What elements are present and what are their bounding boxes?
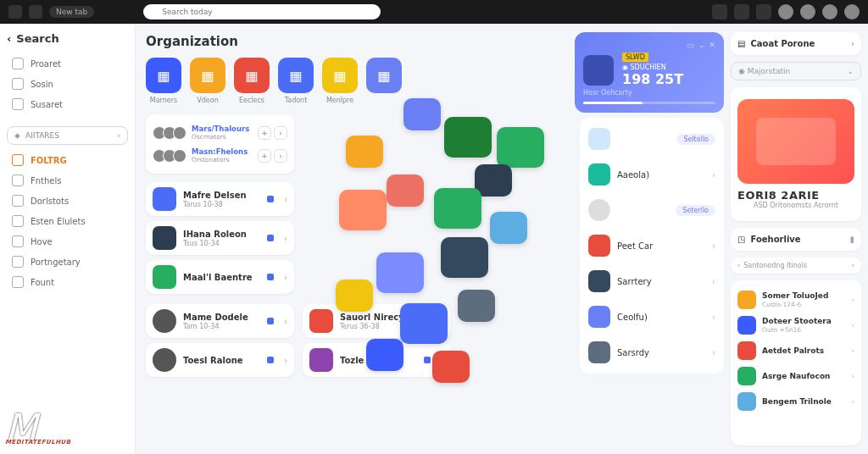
add-icon[interactable]: + [258, 149, 271, 163]
sidebar-item[interactable]: Hove [7, 231, 128, 252]
right-select[interactable]: ◉ Majorstatin⌄ [731, 62, 861, 80]
watermark: MMEDITATEFULHUB [5, 417, 71, 446]
mid-row[interactable]: Peet Car› [587, 231, 717, 260]
list-item[interactable]: Somer ToluoJedCuttis-124-6› [737, 287, 854, 313]
sidebar-item[interactable]: Fnthels [7, 170, 128, 191]
category-tile[interactable]: ▦Tadont [278, 58, 314, 104]
project-card[interactable]: Toesl Ralone› [146, 343, 294, 377]
avatar[interactable] [822, 4, 837, 19]
search-input[interactable] [143, 4, 381, 19]
list-item[interactable]: Bengem Trilnole› [737, 389, 854, 414]
action-icon[interactable] [712, 4, 727, 19]
sidebar-item[interactable]: Susaret [7, 94, 128, 114]
person-card[interactable]: Maal'l Baentre› [146, 260, 294, 294]
avatar[interactable] [844, 4, 860, 19]
avatar[interactable] [800, 4, 815, 19]
category-tile[interactable]: ▦Vdeon [190, 58, 225, 104]
list-item[interactable]: Aetdet Palrots› [737, 338, 854, 363]
list-item[interactable]: Asrge Naufocon› [737, 363, 854, 389]
page-title: Organization [146, 34, 565, 49]
right-panel: ▤Caoat Porone› ◉ Majorstatin⌄ EORI8 2ARI… [724, 24, 868, 454]
sidebar-title: ‹Search [7, 32, 128, 45]
sidebar-pill[interactable]: ◈AIITARES› [7, 126, 128, 145]
sidebar-item[interactable]: Esten Elulets [7, 211, 128, 231]
mid-panel: SeltelloAaeola)›SeterlloPeet Car›Sarrter… [580, 118, 724, 374]
right-header: Caoat Porone [750, 39, 815, 48]
app-icon [29, 5, 42, 19]
project-card[interactable]: Sauorl NirecyTerus 36-38› [303, 304, 451, 338]
sidebar-item[interactable]: Portngetary [7, 252, 128, 272]
chevron-right-icon[interactable]: › [274, 126, 287, 140]
profile-tile [737, 99, 854, 184]
team-row[interactable]: Mars/ThaloursOscrnators+› [153, 121, 287, 144]
avatar[interactable] [778, 4, 793, 19]
menu-icon[interactable] [8, 5, 22, 19]
sidebar-item[interactable]: Dorlstots [7, 191, 128, 211]
mid-row[interactable]: Seterllo [587, 196, 717, 224]
mid-row[interactable]: Sarrtery› [587, 267, 717, 296]
mid-row[interactable]: Aaeola)› [587, 160, 717, 189]
profile-sub: ASD Oritonomsts Acrornt [737, 202, 854, 209]
action-icon[interactable] [756, 4, 771, 19]
mid-row[interactable]: Ceolfu)› [587, 302, 717, 331]
sidebar: ‹Search ProaretSosinSusaret ◈AIITARES› F… [0, 24, 136, 454]
mid-row[interactable]: Sarsrdy› [587, 338, 717, 367]
sidebar-item[interactable]: Sosin [7, 74, 128, 94]
top-chip[interactable]: New tab [49, 6, 94, 18]
stat-card: ▭⌄✕ SLWD ◉ SDUCHIEN 198 25T Hosr Oehcart… [575, 32, 724, 113]
mid-row[interactable]: Seltello [587, 125, 717, 153]
category-tile[interactable]: ▦ [366, 58, 402, 104]
topbar: New tab [0, 0, 868, 24]
action-icon[interactable] [734, 4, 749, 19]
category-tile[interactable]: ▦Marners [146, 58, 181, 104]
sidebar-item[interactable]: Fount [7, 272, 128, 292]
chevron-right-icon[interactable]: › [274, 149, 287, 163]
sidebar-item[interactable]: FOLTRG [7, 150, 128, 170]
person-card[interactable]: Mafre DelsenTarus 10-38› [146, 182, 294, 216]
add-icon[interactable]: + [258, 126, 271, 140]
list-item[interactable]: Doteer StooteraOutn +5n16› [737, 313, 854, 338]
team-row[interactable]: Masn:FhelonsOrstonators+› [153, 144, 287, 167]
close-icon[interactable]: ✕ [709, 41, 715, 49]
project-card[interactable]: Mame DodeleTarn 10-34› [146, 304, 294, 338]
team-card: Mars/ThaloursOscrnators+›Masn:FhelonsOrs… [146, 114, 294, 174]
sidebar-item[interactable]: Proaret [7, 53, 128, 74]
profile-name: EORI8 2ARIE [737, 189, 854, 202]
person-card[interactable]: IHana RoleonTsus 10-34› [146, 221, 294, 255]
stat-icon [583, 55, 614, 86]
project-card[interactable]: Tozle Rofeon› [303, 343, 451, 377]
main: Organization ▦Marners▦Vdeon▦Eeclecs▦Tado… [136, 24, 575, 454]
category-tile[interactable]: ▦Menlpre [322, 58, 358, 104]
category-tile[interactable]: ▦Eeclecs [234, 58, 270, 104]
